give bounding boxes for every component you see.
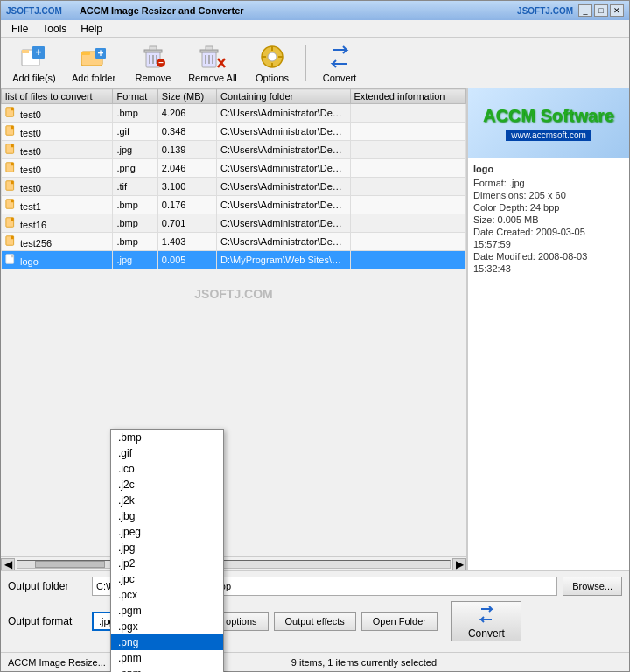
options-button[interactable]: Options bbox=[244, 41, 300, 85]
cell-folder: C:\Users\Administrator\Desk... bbox=[217, 214, 350, 233]
file-table: list of files to convert Format Size (MB… bbox=[1, 88, 466, 270]
table-row[interactable]: test1 .bmp 0.176 C:\Users\Administrator\… bbox=[2, 196, 466, 214]
open-folder-button[interactable]: Open Folder bbox=[361, 612, 438, 631]
dropdown-item[interactable]: .jbg bbox=[111, 508, 223, 524]
convert-main-button[interactable]: Convert bbox=[452, 601, 522, 641]
format-dropdown[interactable]: .bmp.gif.ico.j2c.j2k.jbg.jpeg.jpg.jp2.jp… bbox=[110, 429, 224, 672]
cell-extra bbox=[350, 104, 466, 122]
add-folder-label: Add folder bbox=[72, 73, 116, 83]
info-time-modified: 15:32:43 bbox=[473, 263, 624, 274]
dropdown-item[interactable]: .ico bbox=[111, 461, 223, 477]
info-details: logo Format: .jpg Dimensions: 205 x 60 C… bbox=[468, 158, 629, 570]
svg-marker-47 bbox=[10, 255, 14, 258]
info-color-depth: Color Depth: 24 bpp bbox=[473, 202, 624, 213]
table-row[interactable]: test0 .gif 0.348 C:\Users\Administrator\… bbox=[2, 122, 466, 141]
dropdown-item[interactable]: .pgx bbox=[111, 619, 223, 634]
add-folder-icon: + bbox=[80, 43, 108, 71]
dropdown-item[interactable]: .pcx bbox=[111, 587, 223, 603]
cell-format: .bmp bbox=[113, 104, 158, 122]
dropdown-item[interactable]: .ppm bbox=[111, 666, 223, 672]
dropdown-item[interactable]: .pnm bbox=[111, 650, 223, 666]
cell-name: test16 bbox=[2, 214, 113, 233]
cell-size: 4.206 bbox=[158, 104, 216, 122]
svg-point-25 bbox=[268, 52, 276, 61]
dropdown-item[interactable]: .bmp bbox=[111, 430, 223, 445]
svg-rect-28 bbox=[262, 56, 266, 58]
window-title: ACCM Image Resizer and Converter bbox=[80, 5, 244, 16]
cell-extra bbox=[350, 122, 466, 141]
dropdown-item[interactable]: .png bbox=[111, 634, 223, 650]
svg-marker-37 bbox=[10, 163, 14, 166]
cell-folder: C:\Users\Administrator\Desk... bbox=[217, 141, 350, 159]
cell-folder: C:\Users\Administrator\Desk... bbox=[217, 233, 350, 251]
remove-icon: – bbox=[139, 43, 167, 71]
dropdown-item[interactable]: .jpeg bbox=[111, 524, 223, 540]
dropdown-item[interactable]: .jp2 bbox=[111, 556, 223, 571]
cell-name: test0 bbox=[2, 159, 113, 178]
dropdown-item[interactable]: .j2c bbox=[111, 477, 223, 493]
close-button[interactable]: ✕ bbox=[610, 4, 624, 17]
info-filename: logo bbox=[473, 164, 624, 174]
output-folder-label: Output folder bbox=[8, 580, 87, 592]
dropdown-item[interactable]: .jpc bbox=[111, 571, 223, 587]
menu-tools[interactable]: Tools bbox=[35, 21, 74, 37]
hscroll-bar[interactable] bbox=[17, 560, 451, 569]
table-row[interactable]: logo .jpg 0.005 D:\MyProgram\Web Sites\S… bbox=[2, 251, 466, 270]
table-row[interactable]: test0 .tif 3.100 C:\Users\Administrator\… bbox=[2, 178, 466, 196]
options-icon bbox=[258, 43, 286, 71]
cell-format: .bmp bbox=[113, 214, 158, 233]
dropdown-item[interactable]: .gif bbox=[111, 445, 223, 461]
table-row[interactable]: test256 .bmp 1.403 C:\Users\Administrato… bbox=[2, 233, 466, 251]
info-logo: ACCM Software www.accmsoft.com bbox=[468, 88, 629, 158]
maximize-button[interactable]: □ bbox=[594, 4, 608, 17]
col-extra[interactable]: Extended information bbox=[350, 89, 466, 104]
svg-text:–: – bbox=[158, 58, 164, 67]
col-size[interactable]: Size (MB) bbox=[158, 89, 216, 104]
cell-extra bbox=[350, 141, 466, 159]
table-row[interactable]: test0 .jpg 0.139 C:\Users\Administrator\… bbox=[2, 141, 466, 159]
browse-button[interactable]: Browse... bbox=[563, 577, 622, 596]
col-name[interactable]: list of files to convert bbox=[2, 89, 113, 104]
table-row[interactable]: test16 .bmp 0.701 C:\Users\Administrator… bbox=[2, 214, 466, 233]
add-folder-button[interactable]: + Add folder bbox=[66, 41, 122, 85]
svg-rect-1 bbox=[22, 50, 29, 53]
menu-help[interactable]: Help bbox=[74, 21, 109, 37]
col-format[interactable]: Format bbox=[113, 89, 158, 104]
cell-size: 0.176 bbox=[158, 196, 216, 214]
minimize-button[interactable]: _ bbox=[578, 4, 592, 17]
remove-all-button[interactable]: Remove All bbox=[185, 41, 241, 85]
dropdown-item[interactable]: .jpg bbox=[111, 540, 223, 556]
cell-extra bbox=[350, 214, 466, 233]
remove-button[interactable]: – Remove bbox=[125, 41, 181, 85]
dropdown-item[interactable]: .pgm bbox=[111, 603, 223, 619]
cell-folder: C:\Users\Administrator\Desk... bbox=[217, 159, 350, 178]
status-items-info: 9 items, 1 items currently selected bbox=[291, 657, 437, 668]
remove-label: Remove bbox=[136, 73, 172, 83]
cell-extra bbox=[350, 159, 466, 178]
file-table-scroll[interactable]: list of files to convert Format Size (MB… bbox=[1, 88, 466, 556]
hscroll-area[interactable]: ◀ ▶ bbox=[1, 556, 466, 570]
convert-icon bbox=[326, 43, 354, 71]
cell-format: .jpg bbox=[113, 141, 158, 159]
info-time-created: 15:57:59 bbox=[473, 239, 624, 249]
output-effects-button[interactable]: Output effects bbox=[274, 612, 356, 631]
hscroll-thumb[interactable] bbox=[35, 561, 105, 568]
convert-main-icon bbox=[476, 604, 497, 625]
cell-folder: D:\MyProgram\Web Sites\Sh... bbox=[217, 251, 350, 270]
cell-format: .jpg bbox=[113, 251, 158, 270]
svg-rect-29 bbox=[278, 56, 283, 58]
add-files-button[interactable]: + Add file(s) bbox=[6, 41, 62, 85]
cell-name: test0 bbox=[2, 178, 113, 196]
menu-file[interactable]: File bbox=[4, 21, 35, 37]
svg-rect-26 bbox=[271, 46, 273, 51]
cell-extra bbox=[350, 196, 466, 214]
wm-top-right: JSOFTJ.COM bbox=[517, 6, 573, 16]
col-folder[interactable]: Containing folder bbox=[217, 89, 350, 104]
window-controls: _ □ ✕ bbox=[578, 4, 624, 17]
dropdown-item[interactable]: .j2k bbox=[111, 493, 223, 508]
cell-name: test1 bbox=[2, 196, 113, 214]
convert-toolbar-button[interactable]: Convert bbox=[312, 41, 368, 85]
list-watermark: JSOFTJ.COM bbox=[194, 287, 272, 301]
table-row[interactable]: test0 .png 2.046 C:\Users\Administrator\… bbox=[2, 159, 466, 178]
table-row[interactable]: test0 .bmp 4.206 C:\Users\Administrator\… bbox=[2, 104, 466, 122]
